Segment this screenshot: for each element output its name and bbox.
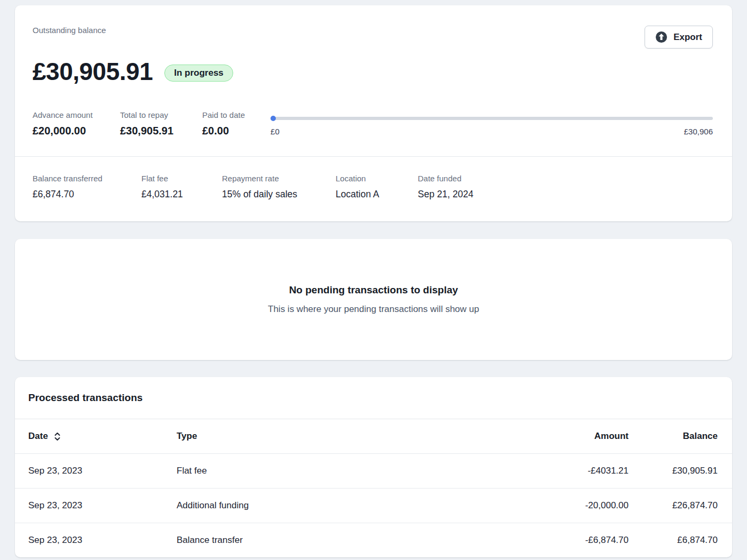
cell-date: Sep 23, 2023 [28, 535, 177, 546]
status-badge: In progress [164, 65, 233, 82]
detail-location: Location Location A [336, 174, 418, 200]
stat-label: Advance amount [33, 110, 115, 119]
stat-total-to-repay: Total to repay £30,905.91 [120, 110, 202, 137]
detail-value: £6,874.70 [33, 189, 135, 200]
column-header-type: Type [177, 431, 522, 442]
detail-value: Sep 21, 2024 [418, 189, 473, 200]
table-row: Sep 23, 2023 Balance transfer -£6,874.70… [15, 523, 732, 557]
detail-date-funded: Date funded Sep 21, 2024 [418, 174, 480, 200]
outstanding-balance-label: Outstanding balance [33, 26, 106, 35]
stat-value: £20,000.00 [33, 125, 115, 137]
progress-track [271, 117, 713, 120]
processed-transactions-title: Processed transactions [28, 392, 142, 404]
table-header-row: Date Type Amount Balance [15, 419, 732, 453]
cell-balance: £6,874.70 [629, 535, 718, 546]
stat-label: Paid to date [202, 110, 245, 119]
column-header-balance: Balance [629, 431, 718, 442]
progress-max-label: £30,906 [684, 127, 713, 136]
progress-min-label: £0 [271, 127, 280, 136]
stat-value: £0.00 [202, 125, 245, 137]
detail-repayment-rate: Repayment rate 15% of daily sales [222, 174, 336, 200]
column-header-date[interactable]: Date [28, 431, 177, 442]
detail-value: 15% of daily sales [222, 189, 329, 200]
pending-transactions-card: No pending transactions to display This … [15, 239, 732, 360]
balance-section: Outstanding balance Export £30,905.91 In… [15, 5, 732, 156]
cell-amount: -£4031.21 [522, 466, 629, 476]
detail-label: Repayment rate [222, 174, 329, 183]
cell-date: Sep 23, 2023 [28, 500, 177, 511]
cell-type: Flat fee [177, 466, 522, 476]
stat-advance-amount: Advance amount £20,000.00 [33, 110, 120, 137]
detail-value: Location A [336, 189, 411, 200]
column-header-amount: Amount [522, 431, 629, 442]
pending-empty-title: No pending transactions to display [289, 284, 458, 296]
export-icon [655, 31, 667, 43]
pending-empty-subtitle: This is where your pending transactions … [268, 304, 479, 315]
detail-label: Date funded [418, 174, 473, 183]
table-row: Sep 23, 2023 Flat fee -£4031.21 £30,905.… [15, 453, 732, 488]
detail-flat-fee: Flat fee £4,031.21 [141, 174, 222, 200]
page: Outstanding balance Export £30,905.91 In… [0, 0, 747, 560]
cell-date: Sep 23, 2023 [28, 466, 177, 476]
summary-card: Outstanding balance Export £30,905.91 In… [15, 5, 732, 221]
cell-type: Balance transfer [177, 535, 522, 546]
funding-details-row: Balance transferred £6,874.70 Flat fee £… [15, 157, 732, 221]
cell-amount: -£6,874.70 [522, 535, 629, 546]
detail-label: Balance transferred [33, 174, 135, 183]
detail-value: £4,031.21 [141, 189, 216, 200]
stat-value: £30,905.91 [120, 125, 197, 137]
processed-transactions-card: Processed transactions Date Type Amount … [15, 377, 732, 557]
detail-label: Flat fee [141, 174, 216, 183]
repayment-progress: £0 £30,906 [271, 110, 713, 137]
stat-paid-to-date: Paid to date £0.00 [202, 110, 250, 137]
table-body: Sep 23, 2023 Flat fee -£4031.21 £30,905.… [15, 453, 732, 557]
outstanding-balance-value: £30,905.91 [33, 57, 153, 86]
cell-type: Additional funding [177, 500, 522, 511]
detail-label: Location [336, 174, 411, 183]
cell-balance: £26,874.70 [629, 500, 718, 511]
table-row: Sep 23, 2023 Additional funding -20,000.… [15, 488, 732, 523]
progress-thumb [271, 116, 276, 121]
sort-icon [54, 432, 61, 441]
cell-balance: £30,905.91 [629, 466, 718, 476]
export-button[interactable]: Export [645, 26, 713, 49]
cell-amount: -20,000.00 [522, 500, 629, 511]
detail-balance-transferred: Balance transferred £6,874.70 [33, 174, 141, 200]
stat-label: Total to repay [120, 110, 197, 119]
column-header-date-label: Date [28, 431, 48, 442]
export-button-label: Export [673, 32, 702, 43]
